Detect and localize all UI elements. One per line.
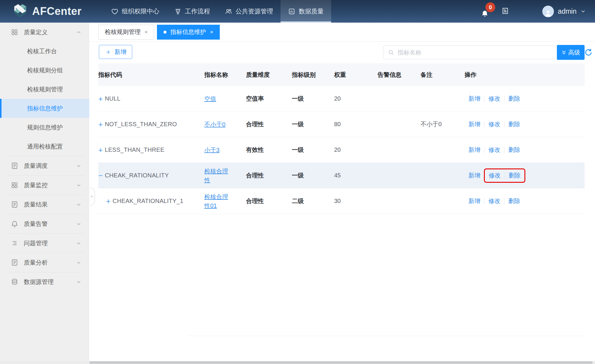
primary-nav: 组织权限中心工作流程公共资源管理数据质量 — [104, 0, 331, 23]
quality-dimension: 空值率 — [246, 95, 292, 103]
action-link-新增[interactable]: 新增 — [465, 197, 484, 205]
sidebar-group-质量分析[interactable]: 质量分析 — [0, 253, 89, 272]
chevron-down-icon — [76, 260, 82, 265]
add-button[interactable]: ＋ 新增 — [99, 45, 132, 59]
action-link-修改[interactable]: 修改 — [485, 95, 504, 103]
quality-dimension: 合理性 — [246, 171, 292, 179]
chevron-down-icon — [76, 163, 82, 169]
sidebar-group-label: 质量结果 — [24, 201, 48, 209]
action-link-删除[interactable]: 删除 — [504, 146, 524, 154]
indicator-level: 二级 — [292, 197, 334, 205]
collapse-row-icon[interactable]: − — [98, 172, 105, 179]
action-link-新增[interactable]: 新增 — [465, 171, 484, 179]
sidebar-item-检核规则管理[interactable]: 检核规则管理 — [0, 80, 89, 99]
action-link-删除[interactable]: 删除 — [504, 95, 524, 103]
chevron-down-icon — [76, 279, 82, 285]
advanced-search-button[interactable]: 高级 — [557, 45, 585, 60]
sidebar-item-指标信息维护[interactable]: 指标信息维护 — [0, 99, 89, 118]
navbar-right: 0 admin — [481, 0, 595, 23]
action-link-新增[interactable]: 新增 — [465, 120, 484, 128]
indicator-level: 一级 — [292, 146, 334, 154]
sidebar-item-规则信息维护[interactable]: 规则信息维护 — [0, 118, 89, 137]
sidebar-item-检核工作台[interactable]: 检核工作台 — [0, 42, 89, 61]
tab-label: 指标信息维护 — [170, 28, 206, 36]
indicator-name-link[interactable]: 不小于0 — [204, 120, 225, 129]
action-link-新增[interactable]: 新增 — [465, 146, 484, 154]
document-icon — [11, 259, 18, 266]
refresh-icon[interactable] — [584, 48, 593, 57]
close-icon[interactable]: × — [144, 29, 148, 35]
column-header-指标级别: 指标级别 — [292, 71, 334, 79]
expand-row-icon[interactable]: + — [98, 95, 105, 103]
active-tab-dot-icon — [163, 31, 166, 34]
brand[interactable]: AFCenter — [0, 0, 89, 23]
action-link-修改[interactable]: 修改 — [485, 171, 504, 179]
tab-检核规则管理[interactable]: 检核规则管理× — [98, 25, 154, 40]
heart-icon — [111, 8, 119, 15]
horizontal-scrollbar[interactable] — [0, 361, 595, 364]
quality-dimension: 合理性 — [246, 197, 292, 205]
table-body: +NULL空值空值率一级20新增修改删除+NOT_LESS_THAN_ZERO不… — [98, 86, 585, 214]
nav-item-组织权限中心[interactable]: 组织权限中心 — [104, 0, 167, 23]
document-log-button[interactable] — [501, 7, 509, 16]
row-actions: 新增修改删除 — [465, 95, 585, 103]
grid-icon — [11, 181, 18, 189]
table-row: −CHEAK_RATIONALITY检核合理性合理性一级45新增修改删除 — [98, 163, 585, 188]
weight-value: 45 — [334, 172, 378, 179]
sidebar-item-通用检核配置[interactable]: 通用检核配置 — [0, 137, 89, 156]
user-menu[interactable]: admin — [542, 6, 586, 17]
chevron-down-icon — [76, 202, 82, 207]
indicator-name-cell: 不小于0 — [204, 120, 246, 129]
sidebar-item-检核规则分组[interactable]: 检核规则分组 — [0, 61, 89, 80]
indicator-name-link[interactable]: 检核合理性 — [204, 167, 232, 185]
action-link-删除[interactable]: 删除 — [504, 197, 524, 205]
indicator-name-link[interactable]: 检核合理性01 — [204, 192, 232, 210]
sidebar-group-质量结果[interactable]: 质量结果 — [0, 195, 89, 214]
indicator-name-link[interactable]: 空值 — [204, 94, 216, 103]
action-link-新增[interactable]: 新增 — [465, 95, 484, 103]
nav-item-数据质量[interactable]: 数据质量 — [281, 0, 331, 23]
notifications-button[interactable]: 0 — [481, 7, 491, 18]
search-input[interactable] — [383, 46, 558, 59]
indicator-name-cell: 检核合理性01 — [204, 192, 246, 210]
sidebar-group-质量调度[interactable]: 质量调度 — [0, 156, 89, 175]
indicator-code: NOT_LESS_THAN_ZERO — [105, 121, 177, 128]
indicator-name-link[interactable]: 小于3 — [204, 146, 219, 154]
action-link-修改[interactable]: 修改 — [485, 146, 504, 154]
scrollbar-thumb[interactable] — [89, 361, 593, 364]
sidebar-group-质量定义[interactable]: 质量定义 — [0, 23, 89, 42]
sidebar-collapse-handle[interactable] — [89, 188, 94, 206]
expand-row-icon[interactable]: + — [98, 146, 105, 154]
tab-指标信息维护[interactable]: 指标信息维护× — [157, 25, 220, 40]
table-row: +CHEAK_RATIONALITY_1检核合理性01合理性二级30新增修改删除 — [98, 188, 585, 214]
chevron-down-icon — [76, 221, 82, 227]
plus-icon: ＋ — [105, 48, 112, 55]
action-link-删除[interactable]: 删除 — [504, 120, 524, 128]
sidebar-group-数据源管理[interactable]: 数据源管理 — [0, 272, 89, 291]
action-link-修改[interactable]: 修改 — [485, 197, 504, 205]
document-icon — [11, 162, 18, 170]
indicator-code-cell: −CHEAK_RATIONALITY — [98, 172, 204, 179]
indicator-level: 一级 — [292, 171, 334, 179]
table-row: +NOT_LESS_THAN_ZERO不小于0合理性一级80不小于0新增修改删除 — [98, 112, 585, 137]
quality-dimension: 有效性 — [246, 146, 292, 154]
notification-badge: 0 — [485, 2, 495, 12]
bell-icon — [11, 220, 18, 228]
nav-item-label: 工作流程 — [185, 7, 210, 15]
indicator-code: LESS_THAN_THREE — [105, 146, 164, 153]
close-icon[interactable]: × — [210, 29, 213, 35]
action-link-删除[interactable]: 删除 — [505, 171, 524, 179]
sidebar-group-问题管理[interactable]: 问题管理 — [0, 234, 89, 253]
action-link-修改[interactable]: 修改 — [485, 120, 504, 128]
sidebar-group-质量监控[interactable]: 质量监控 — [0, 176, 89, 195]
chevron-left-icon — [90, 194, 94, 199]
nav-item-公共资源管理[interactable]: 公共资源管理 — [217, 0, 281, 23]
sidebar-group-质量告警[interactable]: 质量告警 — [0, 214, 89, 233]
tab-label: 检核规则管理 — [105, 28, 141, 36]
quality-dimension: 合理性 — [246, 120, 292, 128]
expand-row-icon[interactable]: + — [106, 197, 113, 205]
column-header-指标名称: 指标名称 — [204, 71, 246, 79]
expand-row-icon[interactable]: + — [98, 121, 105, 128]
nav-item-工作流程[interactable]: 工作流程 — [167, 0, 217, 23]
indicator-code: CHEAK_RATIONALITY_1 — [113, 198, 183, 204]
